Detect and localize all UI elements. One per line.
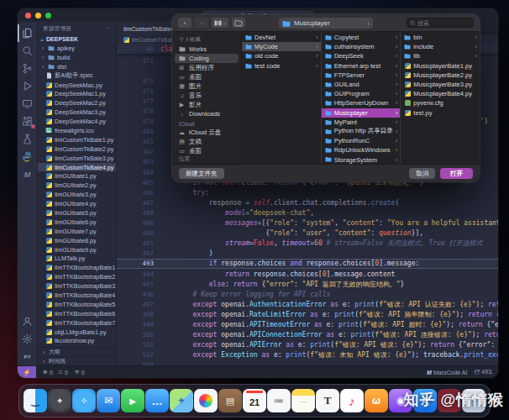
tree-root[interactable]: ⌄ DEEPSEEK	[38, 34, 116, 44]
zoom-button[interactable]	[45, 13, 51, 18]
dock-item-photos[interactable]	[194, 389, 218, 412]
remote-explorer-icon[interactable]	[18, 95, 38, 113]
explorer-icon[interactable]	[18, 24, 38, 42]
code-line[interactable]: 495 else: return {"error": "API 返回了无效的响应…	[117, 279, 498, 289]
search-input[interactable]	[417, 20, 470, 26]
view-mode-button[interactable]: ⌄	[212, 18, 228, 28]
tree-item[interactable]: ›dist	[38, 62, 116, 71]
dock-item-music[interactable]: ♪	[340, 389, 364, 412]
file-column-item[interactable]: Ethernet arp test›	[322, 61, 401, 71]
close-button[interactable]	[25, 13, 31, 18]
file-column-item[interactable]: lib›	[401, 51, 480, 60]
file-column-item[interactable]: bin›	[401, 33, 480, 42]
file-column-item[interactable]: PythonRunC›	[322, 136, 401, 145]
file-column-item[interactable]: GUILand›	[322, 80, 401, 89]
tree-item[interactable]: ›build	[38, 53, 116, 62]
testing-icon[interactable]	[18, 130, 38, 148]
code-line[interactable]: 500 except openai.APIConnectionError as …	[117, 330, 498, 340]
minimize-button[interactable]	[35, 13, 41, 18]
tree-item[interactable]: llmGUIbate4.py	[38, 199, 116, 208]
dock-item-mail[interactable]: ✉	[97, 389, 120, 412]
file-column-item[interactable]: MusicplayerBate3.py	[401, 80, 480, 89]
file-column-item[interactable]: HttpServerUpDown›	[322, 98, 401, 108]
code-line[interactable]: 496 # Keep error logging for API calls	[117, 289, 498, 299]
dock-item-safari[interactable]: ✧	[72, 389, 96, 412]
file-column-item[interactable]: StorageSystem›	[322, 155, 401, 164]
dock-item-textedit[interactable]: T	[316, 389, 339, 412]
tree-item[interactable]: llmCustomTkBate1.py	[38, 135, 116, 144]
location-select[interactable]: Musicplayer ↕	[279, 18, 373, 29]
tree-item[interactable]: DeepSeekMac1.py	[38, 89, 116, 98]
code-line[interactable]: 501 except openai.APIError as e: print(f…	[117, 340, 498, 350]
dialog-sidebar-item[interactable]: ▶影片	[175, 100, 239, 109]
tree-item[interactable]: llmGUIbate3.py	[38, 190, 116, 199]
outline-section[interactable]: ›大纲	[38, 347, 116, 356]
dock-item-reminders[interactable]: ≔	[267, 389, 291, 412]
code-line[interactable]: 503	[117, 360, 498, 365]
dialog-sidebar-item[interactable]: ▭桌面	[175, 72, 239, 81]
remote-indicator[interactable]: ⚡	[18, 366, 36, 378]
file-column-item[interactable]: Python http 共享目录项目›	[322, 127, 401, 136]
python-env-icon[interactable]: PY	[18, 348, 38, 365]
tree-item[interactable]: llmTTKBootstrapBate1.py	[38, 263, 116, 272]
timeline-section[interactable]: ›时间线	[38, 356, 116, 365]
dialog-sidebar-item[interactable]: ▤文稿	[175, 137, 239, 146]
file-column-item[interactable]: MyCode›	[242, 42, 321, 51]
tree-item[interactable]: llmGUIbate6.py	[38, 218, 116, 227]
file-column-item[interactable]: test.py	[401, 108, 480, 118]
code-line[interactable]: 486 try:	[117, 187, 498, 197]
tree-item[interactable]: llmCustomTkBate3.py	[38, 154, 116, 163]
ports-indicator[interactable]: ≋ 0	[75, 369, 85, 375]
account-icon[interactable]	[18, 312, 38, 330]
tree-item[interactable]: llmGUIbate5.py	[38, 208, 116, 218]
tree-item[interactable]: DeepSeekMac2.py	[38, 98, 116, 108]
tree-item[interactable]: llmTTKBootstrapBate5.py	[38, 300, 116, 309]
file-column-item[interactable]: MusicplayerBate2.py	[401, 71, 480, 80]
tree-item[interactable]: tkcolorshow.py	[38, 337, 116, 346]
file-column-item[interactable]: Copytest›	[322, 33, 401, 42]
open-button[interactable]: 打开	[440, 168, 473, 179]
dialog-sidebar-item[interactable]: ♫音乐	[175, 91, 239, 100]
source-control-icon[interactable]	[18, 60, 38, 77]
tree-item[interactable]: llmGUIbate7.py	[38, 227, 116, 236]
new-folder-button[interactable]: 新建文件夹	[179, 168, 224, 179]
file-column-item[interactable]: pyvenv.cfg	[401, 98, 480, 108]
new-folder-icon-button[interactable]	[232, 18, 245, 28]
file-column-item[interactable]: MyPaint›	[322, 118, 401, 127]
code-line[interactable]: 487 response = self.client.chat.completi…	[117, 197, 498, 207]
more-actions-icon[interactable]: ⋯	[105, 25, 111, 32]
tree-item[interactable]: DeepSeekMac.py	[38, 81, 116, 90]
tree-item[interactable]: ›apikey	[38, 44, 116, 53]
settings-icon[interactable]	[18, 330, 38, 348]
search-icon[interactable]	[18, 42, 38, 60]
marscode-icon[interactable]: M	[18, 165, 38, 183]
dock-item-calendar[interactable]: 21	[243, 389, 266, 412]
file-column-item[interactable]: test code›	[242, 61, 321, 71]
dock-item-messages[interactable]: …	[145, 389, 169, 412]
file-column-item[interactable]: FTPServer›	[322, 71, 401, 80]
code-line[interactable]: 498 except openai.RateLimitError as e: p…	[117, 309, 498, 319]
python-icon[interactable]	[18, 148, 38, 165]
run-debug-icon[interactable]	[18, 77, 38, 95]
code-line[interactable]: 491 stream=False, timeout=60 # stream=Fa…	[117, 239, 498, 249]
dialog-sidebar-item[interactable]: ▭桌面	[175, 146, 239, 155]
dialog-sidebar-item[interactable]: ▦图片	[175, 81, 239, 91]
extensions-icon[interactable]	[18, 113, 38, 130]
tree-item[interactable]: llmTTKBootstrapBate3.py	[38, 281, 116, 291]
editor-tab[interactable]: llmCustomTkBate4.py	[117, 22, 176, 35]
tree-item[interactable]: DeepSeekMac4.py	[38, 117, 116, 126]
code-line[interactable]: 490 {"role": "user", "content": question…	[117, 228, 498, 239]
dock-item-maps[interactable]: ⌖	[170, 389, 193, 412]
cancel-button[interactable]: 取消	[409, 168, 435, 179]
dialog-sidebar-item[interactable]: ⊞应用程序	[175, 63, 239, 72]
file-column-item[interactable]: RdpUnlockWindows›	[322, 145, 401, 155]
dialog-sidebar-item[interactable]: Coding	[175, 54, 239, 63]
file-column-item[interactable]: include›	[401, 42, 480, 51]
marscode-status[interactable]: M MarsCode AI	[427, 370, 467, 375]
file-column-item[interactable]: GUIProgram›	[322, 89, 401, 98]
code-line[interactable]: 494 return response.choices[0].message.c…	[117, 269, 498, 279]
file-column-item[interactable]: DevNet›	[242, 33, 321, 42]
tree-item[interactable]: llmCustomTkBate4.py	[38, 163, 116, 172]
tree-item[interactable]: llmTTKBootstrapBate4.py	[38, 291, 116, 300]
tree-item[interactable]: llmGUIbate9.py	[38, 245, 116, 255]
